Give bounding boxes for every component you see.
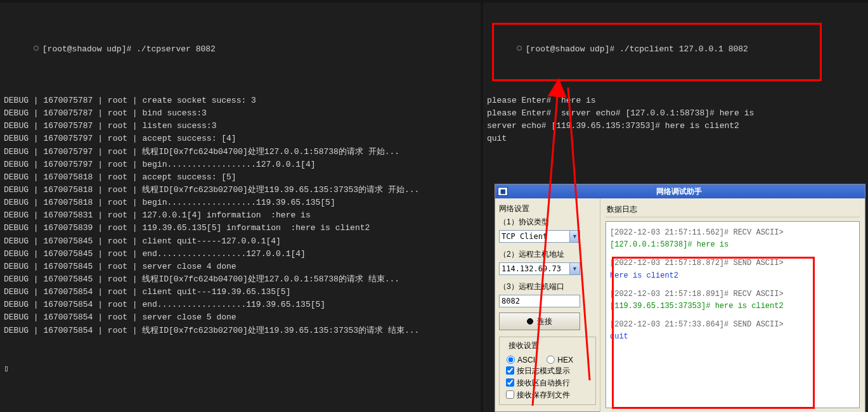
log-timestamp: [2022-12-03 21:57:33.864]# SEND ASCII>: [610, 319, 855, 331]
data-log[interactable]: [2022-12-03 21:57:11.562]# RECV ASCII>[1…: [606, 221, 860, 408]
terminal-output-line: DEBUG | 1670075854 | root | server close…: [4, 311, 477, 324]
terminal-output-line: DEBUG | 1670075845 | root | server close…: [4, 261, 477, 273]
terminal-output-line: DEBUG | 1670075787 | root | bind sucess:…: [4, 107, 477, 120]
command-text: ./tcpclient 127.0.0.1 8082: [619, 44, 748, 54]
log-entry: [2022-12-03 21:57:18.891]# RECV ASCII>[1…: [610, 288, 855, 312]
terminal-output-line: DEBUG | 1670075839 | root | 119.39.65.13…: [4, 222, 477, 235]
left-terminal-pane[interactable]: [root@shadow udp]# ./tcpserver 8082 DEBU…: [0, 0, 481, 412]
log-entry: [2022-12-03 21:57:18.872]# SEND ASCII>he…: [610, 257, 855, 281]
settings-panel: 网络设置 （1）协议类型 ▼ （2）远程主机地址 ▼ （3）远程主机端口 连接 …: [495, 198, 600, 412]
log-timestamp: [2022-12-03 21:57:11.562]# RECV ASCII>: [610, 227, 855, 239]
terminal-output-line: DEBUG | 1670075818 | root | 线程ID[0x7fc62…: [4, 184, 477, 196]
ascii-radio[interactable]: ASCII: [503, 356, 537, 364]
network-debug-tool-window[interactable]: ▦ 网络调试助手 网络设置 （1）协议类型 ▼ （2）远程主机地址 ▼ （3）远…: [495, 184, 865, 412]
save-file-check[interactable]: 接收保存到文件: [503, 390, 570, 399]
host-label: （2）远程主机地址: [499, 249, 596, 260]
app-icon: ▦: [498, 187, 508, 196]
log-body: here is client2: [610, 270, 855, 282]
log-body: quit: [610, 331, 855, 343]
shell-prompt: [root@shadow udp]#: [526, 44, 619, 54]
terminal-output-line: DEBUG | 1670075787 | root | listen suces…: [4, 120, 477, 132]
log-body: [127.0.0.1:58738]# here is: [610, 239, 855, 251]
terminal-output-line: DEBUG | 1670075818 | root | accept succe…: [4, 171, 477, 184]
shell-prompt: [root@shadow udp]#: [42, 44, 136, 54]
terminal-output-line: quit: [487, 132, 864, 145]
recv-settings-group: 接收设置 ASCII HEX 按日志模式显示 接收区自动换行 接收保存到文件: [499, 337, 596, 405]
hex-radio[interactable]: HEX: [543, 356, 573, 364]
port-input[interactable]: [499, 295, 580, 307]
left-terminal[interactable]: [root@shadow udp]# ./tcpserver 8082 DEBU…: [0, 3, 481, 403]
connect-button[interactable]: 连接: [499, 312, 580, 330]
terminal-output-line: DEBUG | 1670075797 | root | begin.......…: [4, 158, 477, 171]
host-input[interactable]: [499, 262, 580, 275]
status-dot-icon: [527, 318, 533, 325]
log-timestamp: [2022-12-03 21:57:18.872]# SEND ASCII>: [610, 257, 855, 269]
protocol-select[interactable]: [499, 230, 580, 243]
command-text: ./tcpserver 8082: [136, 44, 216, 54]
cursor: ▯: [4, 364, 9, 373]
terminal-output-line: DEBUG | 1670075831 | root | 127.0.0.1[4]…: [4, 209, 477, 222]
terminal-output-line: DEBUG | 1670075854 | root | client quit-…: [4, 286, 477, 299]
terminal-output-line: DEBUG | 1670075787 | root | create socke…: [4, 94, 477, 107]
connect-label: 连接: [537, 316, 552, 327]
terminal-output-line: DEBUG | 1670075854 | root | end.........…: [4, 299, 477, 311]
window-title: 网络调试助手: [512, 186, 865, 197]
terminal-output-line: DEBUG | 1670075797 | root | accept succe…: [4, 132, 477, 145]
log-timestamp: [2022-12-03 21:57:18.891]# RECV ASCII>: [610, 288, 855, 300]
terminal-output-line: please Enter# server echo# [127.0.0.1:58…: [487, 107, 864, 120]
port-label: （3）远程主机端口: [499, 281, 596, 292]
terminal-output-line: DEBUG | 1670075845 | root | end.........…: [4, 248, 477, 261]
log-entry: [2022-12-03 21:57:33.864]# SEND ASCII>qu…: [610, 319, 855, 343]
terminal-output-line: DEBUG | 1670075818 | root | begin.......…: [4, 196, 477, 209]
auto-wrap-check[interactable]: 接收区自动换行: [503, 378, 570, 387]
terminal-output-line: DEBUG | 1670075845 | root | client quit-…: [4, 235, 477, 248]
data-log-title: 数据日志: [606, 202, 860, 217]
terminal-output-line: please Enter# here is: [487, 94, 864, 107]
terminal-output-line: DEBUG | 1670075797 | root | 线程ID[0x7fc62…: [4, 146, 477, 158]
run-marker-icon: [34, 46, 39, 51]
log-entry: [2022-12-03 21:57:11.562]# RECV ASCII>[1…: [610, 227, 855, 251]
terminal-output-line: DEBUG | 1670075854 | root | 线程ID[0x7fc62…: [4, 325, 477, 337]
protocol-label: （1）协议类型: [499, 217, 596, 228]
terminal-output-line: server echo# [119.39.65.135:37353]# here…: [487, 120, 864, 132]
log-mode-check[interactable]: 按日志模式显示: [503, 366, 570, 375]
net-settings-label: 网络设置: [499, 203, 596, 214]
recv-title: 接收设置: [506, 340, 541, 351]
run-marker-icon: [517, 46, 522, 51]
log-body: [119.39.65.135:37353]# here is client2: [610, 300, 855, 312]
titlebar[interactable]: ▦ 网络调试助手: [495, 184, 865, 198]
terminal-output-line: DEBUG | 1670075845 | root | 线程ID[0x7fc62…: [4, 273, 477, 286]
right-terminal-pane[interactable]: [root@shadow udp]# ./tcpclient 127.0.0.1…: [483, 0, 868, 177]
